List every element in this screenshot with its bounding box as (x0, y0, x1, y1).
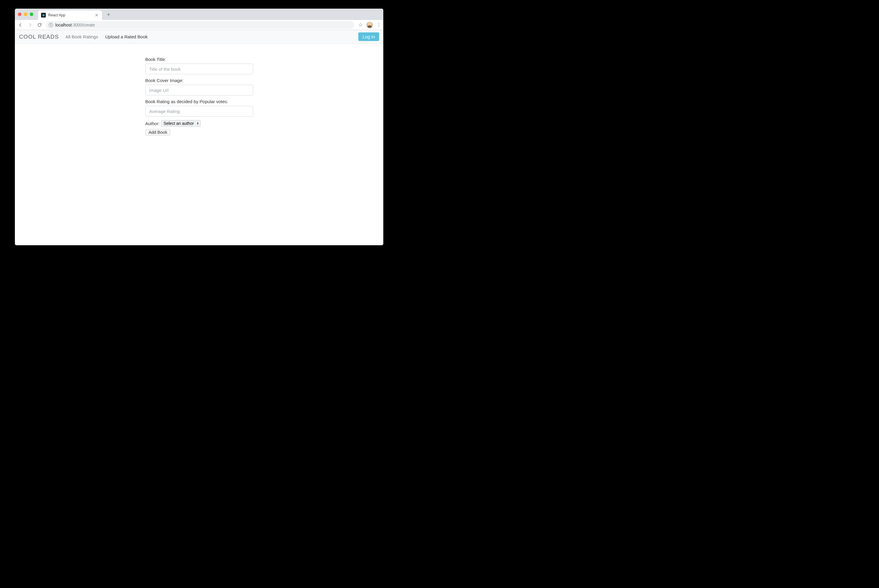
author-label: Author: (146, 121, 160, 126)
menu-icon[interactable]: ⋮ (376, 22, 381, 28)
url-path: :3000/create (72, 22, 95, 27)
url-host: localhost (55, 22, 72, 27)
nav-link-all-ratings[interactable]: All Book Ratings (65, 34, 98, 39)
profile-avatar[interactable] (366, 22, 373, 28)
close-window-icon[interactable] (18, 12, 21, 16)
page-content: Book Title: Book Cover Image: Book Ratin… (15, 44, 383, 245)
toolbar-right: ☆ ⋮ (358, 22, 381, 28)
author-row: Author: Select an author ▲▼ (146, 120, 253, 127)
tab-bar: ⚛ React App ✕ ＋ (15, 9, 383, 20)
close-tab-icon[interactable]: ✕ (94, 13, 99, 18)
author-select[interactable]: Select an author (161, 120, 201, 127)
nav-link-upload[interactable]: Upload a Rated Book (105, 34, 148, 39)
new-tab-button[interactable]: ＋ (105, 11, 112, 18)
bookmark-icon[interactable]: ☆ (358, 22, 363, 28)
browser-toolbar: i localhost:3000/create ☆ ⋮ (15, 20, 383, 30)
book-cover-label: Book Cover Image: (146, 78, 253, 83)
browser-window: ⚛ React App ✕ ＋ i localhost:3000/create … (15, 9, 383, 245)
book-rating-input[interactable] (146, 106, 253, 117)
site-info-icon[interactable]: i (49, 23, 53, 27)
book-rating-label: Book Rating as decided by Popular votes: (146, 99, 253, 104)
upload-form: Book Title: Book Cover Image: Book Ratin… (146, 57, 253, 245)
address-bar[interactable]: i localhost:3000/create (46, 21, 354, 29)
book-title-label: Book Title: (146, 57, 253, 62)
browser-tab[interactable]: ⚛ React App ✕ (38, 10, 102, 20)
url-text: localhost:3000/create (55, 22, 95, 27)
book-title-input[interactable] (146, 64, 253, 74)
minimize-window-icon[interactable] (24, 12, 27, 16)
login-button[interactable]: Log In (358, 32, 379, 41)
book-cover-input[interactable] (146, 85, 253, 95)
react-favicon-icon: ⚛ (41, 13, 46, 18)
forward-button[interactable] (27, 22, 33, 28)
brand-title[interactable]: COOL READS (19, 34, 59, 40)
reload-button[interactable] (36, 22, 43, 28)
maximize-window-icon[interactable] (30, 12, 33, 16)
app-navbar: COOL READS All Book Ratings Upload a Rat… (15, 30, 383, 44)
add-book-button[interactable]: Add Book (146, 129, 171, 135)
window-controls (18, 12, 33, 16)
back-button[interactable] (17, 22, 24, 28)
tab-title: React App (48, 13, 92, 17)
nav-links: All Book Ratings Upload a Rated Book (65, 34, 148, 39)
